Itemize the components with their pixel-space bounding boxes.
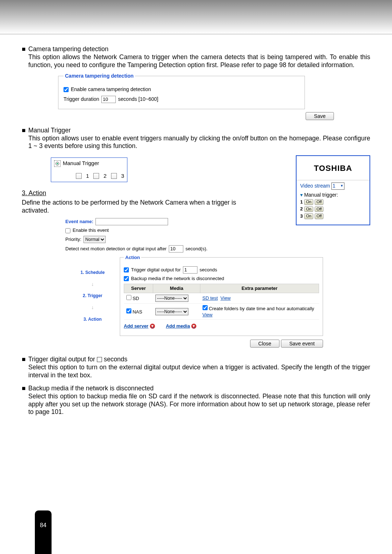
- th-server: Server: [124, 284, 153, 293]
- page-number-tab: 84: [35, 510, 52, 554]
- step-trigger: 2. Trigger: [65, 293, 120, 299]
- sec1-body: This option allows the Network Camera to…: [28, 53, 370, 69]
- sec3-body: Select this option to turn on the extern…: [28, 364, 370, 379]
- sec3-title-post: seconds: [102, 356, 127, 363]
- tdo-suffix: seconds: [200, 267, 217, 273]
- mt-3-on-button[interactable]: On: [304, 213, 313, 219]
- action-body: Define the actions to be performed by th…: [22, 199, 254, 215]
- action-fieldset: Action Trigger digital output for second…: [120, 255, 323, 336]
- mt-row-2-n: 2: [300, 206, 303, 212]
- mt-row-3-n: 3: [300, 213, 303, 219]
- detect-label-pre: Detect next motion detection or digital …: [65, 246, 167, 252]
- mt-1-off-button[interactable]: Off: [315, 199, 323, 205]
- event-name-input[interactable]: [95, 218, 168, 225]
- mt-row-1-n: 1: [300, 199, 303, 205]
- detect-seconds-input[interactable]: [169, 245, 183, 253]
- mt-check-2[interactable]: [93, 173, 99, 179]
- save-event-button[interactable]: Save event: [281, 340, 323, 348]
- detect-label-post: second(s).: [185, 246, 208, 252]
- video-stream-select[interactable]: 1 ▼: [331, 182, 344, 190]
- ct-legend: Camera tampering detection: [64, 73, 135, 79]
- sd-checkbox[interactable]: [126, 295, 131, 300]
- mt-check-1[interactable]: [76, 173, 82, 179]
- sec3-title-pre: Trigger digital output for: [28, 356, 97, 363]
- manual-trigger-label: Manual Trigger: [63, 160, 99, 167]
- event-name-label: Event name:: [65, 219, 93, 225]
- toshiba-sidebar: TOSHIBA Video stream 1 ▼ ▾ Manual trigge…: [296, 155, 370, 225]
- event-settings-panel: Event name: Enable this event Priority: …: [65, 218, 323, 348]
- tdo-checkbox[interactable]: [124, 267, 129, 272]
- sd-label: SD: [132, 296, 139, 301]
- video-stream-label: Video stream: [300, 183, 330, 189]
- nas-checkbox[interactable]: [126, 308, 131, 313]
- step-action: 3. Action: [65, 317, 120, 322]
- step-schedule: 1. Schedule: [65, 270, 120, 275]
- tdo-label: Trigger digital output for: [131, 267, 181, 273]
- mt-3-off-button[interactable]: Off: [315, 213, 323, 219]
- sd-media-select[interactable]: -----None-----: [155, 295, 188, 302]
- tdo-seconds-input[interactable]: [183, 266, 197, 274]
- sec2-body: This option allows user to enable event …: [28, 135, 370, 151]
- plus-icon: ▾: [191, 324, 196, 329]
- video-stream-value: 1: [332, 183, 335, 189]
- toshiba-logo: TOSHIBA: [297, 156, 369, 180]
- sd-test-link[interactable]: SD test: [203, 295, 218, 301]
- create-folders-checkbox[interactable]: [203, 305, 208, 310]
- enable-event-label: Enable this event: [73, 227, 109, 233]
- trigger-duration-input[interactable]: [101, 96, 116, 103]
- enable-tampering-checkbox[interactable]: [64, 87, 69, 92]
- page-number: 84: [40, 522, 46, 529]
- server-media-table: Server Media Extra parameter SD -----Non…: [124, 284, 319, 320]
- nas-media-select[interactable]: -----None-----: [155, 308, 188, 315]
- table-row: NAS -----None----- Create folders by dat…: [124, 304, 319, 320]
- trigger-duration-label: Trigger duration: [64, 96, 99, 103]
- mt-2-off-button[interactable]: Off: [315, 206, 323, 212]
- mt-2-on-button[interactable]: On: [304, 206, 313, 212]
- mt-check-3[interactable]: [111, 173, 117, 179]
- arrow-down-icon: ↓: [65, 281, 120, 288]
- enable-event-checkbox[interactable]: [65, 228, 70, 233]
- save-button[interactable]: Save: [306, 112, 334, 120]
- sec1-title: Camera tampering detection: [28, 45, 109, 53]
- create-folders-label: Create folders by date time and hour aut…: [209, 306, 314, 311]
- toshiba-mt-label: Manual trigger:: [304, 192, 338, 198]
- bullet-icon: ■: [22, 356, 28, 379]
- manual-trigger-panel: Manual Trigger 1 2 3: [51, 157, 127, 182]
- plus-icon: ▾: [150, 324, 155, 329]
- sec4-body: Select this option to backup media file …: [28, 393, 370, 416]
- nas-view-link[interactable]: View: [203, 312, 213, 317]
- page-header-gradient: [0, 0, 392, 34]
- backup-label: Backup media if the network is disconnec…: [131, 276, 224, 282]
- th-media: Media: [153, 284, 200, 293]
- enable-tampering-label: Enable camera tampering detection: [71, 86, 151, 93]
- th-extra: Extra parameter: [200, 284, 319, 293]
- mt-1-on-button[interactable]: On: [304, 199, 313, 205]
- add-server-link[interactable]: Add server▾: [124, 323, 155, 329]
- trigger-duration-suffix: seconds [10~600]: [118, 96, 158, 103]
- mt-n2: 2: [103, 173, 106, 180]
- manual-trigger-radio[interactable]: [54, 160, 61, 167]
- priority-label: Priority:: [65, 237, 81, 242]
- mt-n3: 3: [121, 173, 124, 180]
- bullet-icon: ■: [22, 127, 28, 151]
- camera-tampering-fieldset: Camera tampering detection Enable camera…: [58, 73, 305, 109]
- sec2-title: Manual Trigger: [28, 127, 71, 134]
- chevron-down-icon: ▼: [340, 184, 343, 188]
- nas-label: NAS: [132, 309, 142, 315]
- sd-view-link[interactable]: View: [220, 295, 230, 301]
- priority-select[interactable]: Normal: [83, 236, 106, 243]
- backup-checkbox[interactable]: [124, 276, 129, 281]
- bullet-icon: ■: [22, 385, 28, 416]
- steps-column: 1. Schedule ↓ 2. Trigger ↓ 3. Action: [65, 255, 120, 336]
- add-media-link[interactable]: Add media▾: [166, 323, 196, 329]
- bullet-icon: ■: [22, 45, 28, 69]
- action-legend: Action: [124, 255, 141, 260]
- arrow-down-icon: ↓: [65, 304, 120, 311]
- close-button[interactable]: Close: [250, 340, 280, 348]
- mt-n1: 1: [86, 173, 89, 180]
- table-row: SD -----None----- SD test View: [124, 293, 319, 304]
- sec4-title: Backup media if the network is disconnec…: [28, 385, 154, 392]
- blank-box-icon: [97, 357, 102, 362]
